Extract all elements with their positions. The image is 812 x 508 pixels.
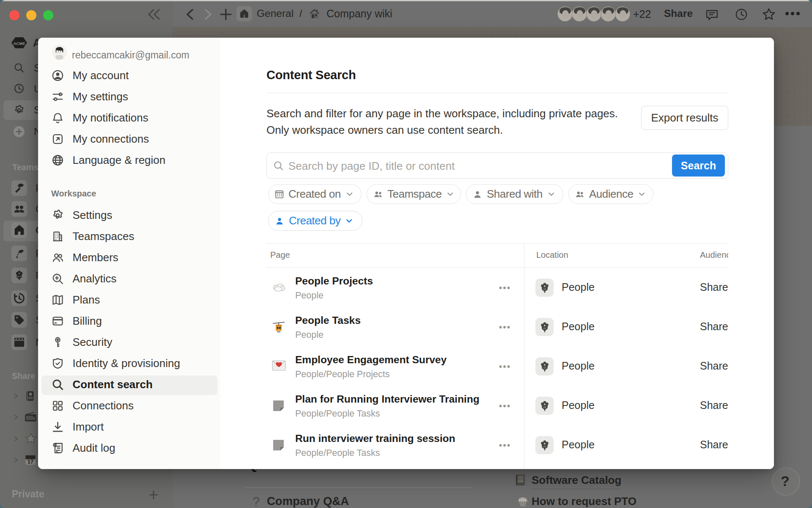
svg-text:ACME: ACME bbox=[14, 41, 25, 46]
svg-text:17: 17 bbox=[27, 458, 33, 465]
